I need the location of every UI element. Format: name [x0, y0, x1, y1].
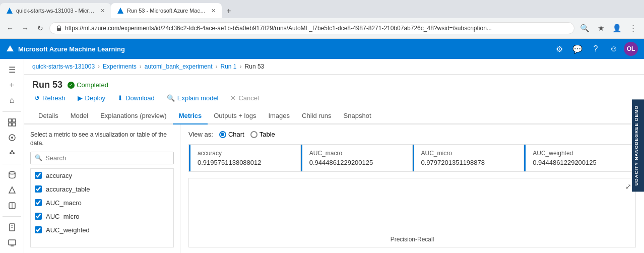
- cancel-icon: ✕: [230, 94, 236, 102]
- left-panel-description: Select a metric to see a visualization o…: [30, 131, 174, 148]
- tab-outputs[interactable]: Outputs + logs: [208, 108, 262, 124]
- sidebar-item-compute[interactable]: [2, 146, 22, 160]
- tab-close-2[interactable]: ✕: [211, 8, 216, 14]
- smiley-icon[interactable]: ☺: [606, 41, 622, 57]
- avatar[interactable]: OL: [624, 42, 638, 56]
- breadcrumb-current: Run 53: [245, 63, 265, 70]
- bookmark-icon[interactable]: ★: [594, 21, 608, 35]
- metrics-cards: accuracy 0.9195751138088012 AUC_macro 0.…: [188, 144, 636, 172]
- tab-title-2: Run 53 - Microsoft Azure Machin...: [127, 8, 208, 14]
- app-name: Microsoft Azure Machine Learning: [18, 45, 125, 53]
- tab-model[interactable]: Model: [65, 108, 94, 124]
- sidebar-item-models[interactable]: [2, 183, 22, 197]
- metric-checkbox-accuracy[interactable]: [35, 172, 42, 179]
- search-input[interactable]: [45, 154, 169, 162]
- metric-label-accuracy: accuracy: [46, 172, 72, 179]
- svg-marker-14: [9, 187, 15, 193]
- metric-card-name-auc-macro: AUC_macro: [309, 150, 405, 157]
- sidebar-divider-3: [3, 216, 22, 217]
- breadcrumb-item-1[interactable]: quick-starts-ws-131003: [32, 63, 95, 70]
- azure-triangle-icon: [6, 44, 14, 52]
- download-icon: ⬇: [117, 94, 123, 102]
- metric-checkbox-auc-macro[interactable]: [35, 199, 42, 206]
- browser-tab-1[interactable]: quick-starts-ws-131003 - Micros... ✕: [0, 3, 111, 18]
- tab-snapshot[interactable]: Snapshot: [338, 108, 377, 124]
- radio-chart[interactable]: Chart: [219, 131, 244, 138]
- sidebar-divider-2: [3, 164, 22, 164]
- tab-explanations[interactable]: Explanations (preview): [94, 108, 173, 124]
- user-icon[interactable]: 👤: [610, 21, 624, 35]
- tab-details[interactable]: Details: [32, 108, 65, 124]
- breadcrumb-item-4[interactable]: Run 1: [221, 63, 237, 70]
- metric-card-name-auc-micro: AUC_micro: [421, 150, 517, 157]
- cancel-button[interactable]: ✕ Cancel: [228, 93, 261, 103]
- svg-rect-5: [13, 119, 16, 122]
- run-name: Run 53: [32, 80, 62, 90]
- url-box[interactable]: https://ml.azure.com/experiments/id/24cf…: [49, 22, 574, 34]
- sidebar-divider-1: [3, 111, 22, 112]
- sidebar-item-data[interactable]: [2, 168, 22, 182]
- tab-metrics[interactable]: Metrics: [173, 108, 208, 124]
- tab-close-1[interactable]: ✕: [100, 8, 105, 14]
- metrics-list: accuracy accuracy_table AUC_macro A: [30, 168, 174, 247]
- svg-point-9: [11, 137, 13, 139]
- sidebar-item-runs[interactable]: [2, 131, 22, 145]
- app: Microsoft Azure Machine Learning ⚙ 💬 ? ☺…: [0, 39, 644, 253]
- sidebar-item-menu[interactable]: ☰: [2, 63, 22, 77]
- metric-checkbox-accuracy-table[interactable]: [35, 185, 42, 193]
- expand-chart-icon[interactable]: ⤢: [625, 182, 631, 191]
- sidebar-item-add[interactable]: +: [2, 79, 22, 92]
- metric-card-value-auc-macro: 0.9444861229200125: [309, 159, 405, 166]
- svg-point-12: [11, 150, 13, 152]
- status-text: Completed: [77, 81, 108, 89]
- deployments-icon: [8, 202, 16, 210]
- search-box[interactable]: 🔍: [30, 152, 174, 164]
- back-button[interactable]: ←: [4, 22, 16, 34]
- breadcrumb-item-2[interactable]: Experiments: [103, 63, 137, 70]
- search-toolbar-icon[interactable]: 🔍: [577, 21, 592, 35]
- refresh-button[interactable]: ↻: [34, 22, 46, 34]
- sidebar: ☰ + ⌂: [0, 59, 24, 253]
- metric-label-auc-weighted: AUC_weighted: [46, 226, 90, 234]
- compute-icon: [8, 149, 16, 157]
- sidebar-item-home[interactable]: ⌂: [2, 94, 22, 107]
- help-icon[interactable]: ?: [588, 41, 604, 57]
- sidebar-item-experiments[interactable]: [2, 115, 22, 129]
- tabs: Details Model Explanations (preview) Met…: [24, 108, 644, 124]
- metric-card-auc-macro: AUC_macro 0.9444861229200125: [301, 145, 413, 171]
- sidebar-item-monitor[interactable]: [2, 236, 22, 249]
- metric-card-name-auc-weighted: AUC_weighted: [533, 150, 628, 157]
- metric-card-auc-micro: AUC_micro 0.9797201351198878: [413, 145, 525, 171]
- view-as-row: View as: Chart Table: [188, 131, 636, 138]
- deploy-button[interactable]: ▶ Deploy: [76, 93, 107, 103]
- download-button[interactable]: ⬇ Download: [115, 93, 157, 103]
- metric-checkbox-auc-weighted[interactable]: [35, 226, 42, 233]
- run-title: Run 53 ✓ Completed: [32, 80, 636, 90]
- metric-checkbox-auc-micro[interactable]: [35, 213, 42, 220]
- metric-label-auc-macro: AUC_macro: [46, 199, 82, 207]
- azure-logo-triangle: [6, 44, 14, 54]
- new-tab-button[interactable]: +: [222, 4, 236, 18]
- browser-tab-2[interactable]: Run 53 - Microsoft Azure Machin... ✕: [111, 3, 222, 18]
- svg-rect-7: [13, 123, 16, 126]
- side-promo-banner[interactable]: UDACITY NANODEGREE DEMO: [632, 99, 644, 192]
- tab-images[interactable]: Images: [262, 108, 296, 124]
- main-panel: Select a metric to see a visualization o…: [24, 124, 644, 253]
- settings-header-icon[interactable]: ⚙: [551, 41, 567, 57]
- explain-icon: 🔍: [167, 94, 175, 102]
- content-area: quick-starts-ws-131003 › Experiments › a…: [24, 59, 644, 253]
- tab-child-runs[interactable]: Child runs: [296, 108, 338, 124]
- sidebar-item-notebooks[interactable]: [2, 221, 22, 234]
- sidebar-item-deployments[interactable]: [2, 199, 22, 213]
- radio-table[interactable]: Table: [250, 131, 275, 138]
- header-icons: ⚙ 💬 ? ☺ OL: [551, 41, 638, 57]
- tab-title-1: quick-starts-ws-131003 - Micros...: [16, 8, 97, 14]
- forward-button[interactable]: →: [19, 22, 31, 34]
- svg-rect-6: [9, 123, 12, 126]
- breadcrumb-item-3[interactable]: automl_bank_experiment: [145, 63, 213, 70]
- metric-item-auc-micro: AUC_micro: [31, 210, 173, 223]
- more-icon[interactable]: ⋮: [626, 21, 640, 35]
- feedback-icon[interactable]: 💬: [569, 41, 586, 57]
- refresh-button[interactable]: ↺ Refresh: [32, 93, 68, 103]
- explain-model-button[interactable]: 🔍 Explain model: [165, 93, 221, 103]
